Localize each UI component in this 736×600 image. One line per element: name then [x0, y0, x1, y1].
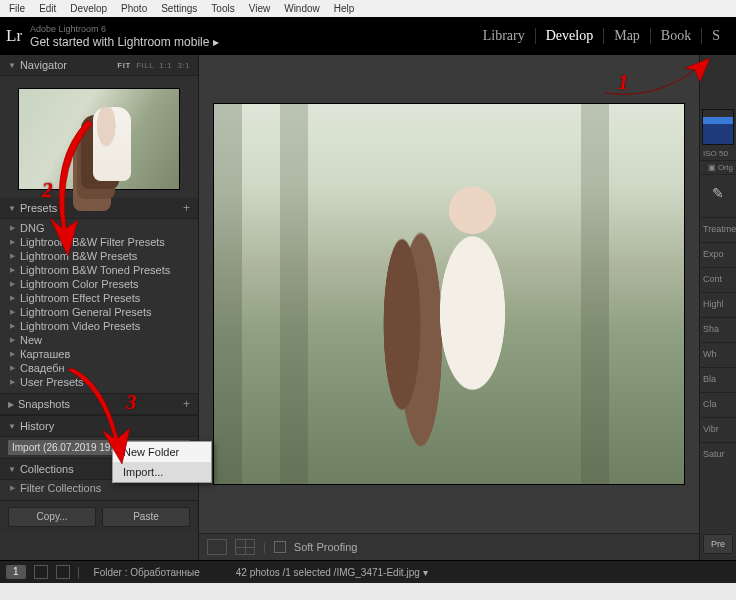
presets-context-menu: New Folder Import... — [112, 441, 212, 483]
preset-folder[interactable]: ▶DNG — [0, 221, 198, 235]
disclosure-down-icon: ▼ — [8, 204, 16, 213]
disclosure-right-icon: ▶ — [10, 294, 15, 302]
preset-folder[interactable]: ▶Lightroom Video Presets — [0, 319, 198, 333]
histogram[interactable] — [702, 109, 734, 145]
soft-proof-checkbox[interactable] — [274, 541, 286, 553]
identity-plate-bar: Lr Adobe Lightroom 6 Get started with Li… — [0, 17, 736, 55]
workspace: ▼ Navigator FIT FILL 1:1 3:1 ▼ Presets +… — [0, 55, 736, 560]
basic-slider-label: Vibr — [700, 417, 736, 436]
disclosure-right-icon: ▶ — [10, 266, 15, 274]
basic-slider-label: Satur — [700, 442, 736, 461]
basic-slider-label: Wh — [700, 342, 736, 361]
collections-body: ▶Filter Collections — [0, 480, 198, 500]
disclosure-right-icon: ▶ — [10, 322, 15, 330]
menu-edit[interactable]: Edit — [32, 3, 63, 14]
selection-status[interactable]: 42 photos /1 selected /IMG_3471-Edit.jpg… — [236, 567, 428, 578]
basic-slider-label: Cont — [700, 267, 736, 286]
preset-folder[interactable]: ▶Lightroom General Presets — [0, 305, 198, 319]
center-panel: | Soft Proofing — [199, 55, 699, 560]
disclosure-right-icon: ▶ — [10, 280, 15, 288]
menu-photo[interactable]: Photo — [114, 3, 154, 14]
preset-folder[interactable]: ▶Lightroom Effect Presets — [0, 291, 198, 305]
filter-collections-row[interactable]: ▶Filter Collections — [10, 482, 188, 494]
disclosure-right-icon: ▶ — [10, 364, 15, 372]
menu-window[interactable]: Window — [277, 3, 327, 14]
preset-folder[interactable]: ▶User Presets — [0, 375, 198, 389]
monitor-badge[interactable]: 1 — [6, 565, 26, 579]
disclosure-right-icon: ▶ — [10, 238, 15, 246]
disclosure-right-icon: ▶ — [8, 400, 14, 409]
basic-slider-label: Highl — [700, 292, 736, 311]
menu-help[interactable]: Help — [327, 3, 362, 14]
filmstrip-bar: 1 ▏ Folder : Обработанные 42 photos /1 s… — [0, 560, 736, 583]
disclosure-right-icon: ▶ — [10, 378, 15, 386]
basic-slider-label: Sha — [700, 317, 736, 336]
preset-folder[interactable]: ▶Карташев — [0, 347, 198, 361]
annotation-number-3: 3 — [126, 390, 137, 415]
presets-header[interactable]: ▼ Presets + — [0, 198, 198, 219]
basic-slider-label: Cla — [700, 392, 736, 411]
menu-view[interactable]: View — [242, 3, 278, 14]
menu-settings[interactable]: Settings — [154, 3, 204, 14]
module-map[interactable]: Map — [603, 28, 650, 44]
ctx-new-folder[interactable]: New Folder — [113, 442, 211, 462]
mobile-tagline[interactable]: Get started with Lightroom mobile ▸ — [30, 35, 219, 49]
disclosure-right-icon: ▶ — [10, 308, 15, 316]
module-more[interactable]: S — [701, 28, 730, 44]
disclosure-right-icon: ▶ — [10, 350, 15, 358]
copy-button[interactable]: Copy... — [8, 507, 96, 527]
treatment-label: Treatme — [700, 217, 736, 236]
before-after-icon[interactable] — [235, 539, 255, 555]
preset-folder[interactable]: ▶New — [0, 333, 198, 347]
exif-iso: ISO 50 — [700, 147, 736, 160]
loupe-view-icon[interactable] — [207, 539, 227, 555]
snapshots-title: Snapshots — [18, 398, 70, 410]
soft-proof-label: Soft Proofing — [294, 541, 358, 553]
navigator-title: Navigator — [20, 59, 67, 71]
ctx-import[interactable]: Import... — [113, 462, 211, 482]
disclosure-right-icon: ▶ — [10, 224, 15, 232]
add-snapshot-icon[interactable]: + — [183, 397, 190, 411]
image-preview[interactable] — [214, 104, 684, 484]
navigator-preview[interactable] — [18, 88, 180, 190]
preset-folder[interactable]: ▶Lightroom B&W Presets — [0, 249, 198, 263]
preset-folder[interactable]: ▶Lightroom B&W Toned Presets — [0, 263, 198, 277]
disclosure-down-icon: ▼ — [8, 465, 16, 474]
left-bottom-buttons: Copy... Paste — [0, 500, 198, 533]
menu-file[interactable]: File — [2, 3, 32, 14]
app-menubar[interactable]: File Edit Develop Photo Settings Tools V… — [0, 0, 736, 17]
snapshots-header[interactable]: ▶ Snapshots + — [0, 393, 198, 415]
preset-folder[interactable]: ▶Свадебн — [0, 361, 198, 375]
adjustment-brush-icon[interactable]: ✎ — [712, 185, 724, 201]
canvas-area — [199, 55, 699, 533]
previous-button[interactable]: Pre — [703, 534, 733, 554]
basic-slider-label: Bla — [700, 367, 736, 386]
disclosure-down-icon: ▼ — [8, 61, 16, 70]
module-book[interactable]: Book — [650, 28, 701, 44]
lr-logo-icon: Lr — [6, 26, 22, 46]
history-header[interactable]: ▼ History — [0, 415, 198, 437]
folder-path[interactable]: Folder : Обработанные — [94, 567, 200, 578]
add-preset-icon[interactable]: + — [183, 201, 190, 215]
basic-slider-label: Expo — [700, 242, 736, 261]
grid-view-icon[interactable] — [34, 565, 48, 579]
navigator-zoom-options[interactable]: FIT FILL 1:1 3:1 — [117, 61, 190, 70]
menu-develop[interactable]: Develop — [63, 3, 114, 14]
module-picker: Library Develop Map Book S — [473, 17, 730, 55]
disclosure-down-icon: ▼ — [8, 422, 16, 431]
develop-toolbar: | Soft Proofing — [199, 533, 699, 560]
brand-block: Adobe Lightroom 6 Get started with Light… — [30, 24, 219, 49]
menu-tools[interactable]: Tools — [204, 3, 241, 14]
paste-button[interactable]: Paste — [102, 507, 190, 527]
survey-view-icon[interactable] — [56, 565, 70, 579]
preset-folder[interactable]: ▶Lightroom B&W Filter Presets — [0, 235, 198, 249]
module-develop[interactable]: Develop — [535, 28, 603, 44]
product-name: Adobe Lightroom 6 — [30, 24, 219, 35]
navigator-header[interactable]: ▼ Navigator FIT FILL 1:1 3:1 — [0, 55, 198, 76]
presets-title: Presets — [20, 202, 57, 214]
annotation-number-1: 1 — [618, 70, 629, 95]
left-panel-group: ▼ Navigator FIT FILL 1:1 3:1 ▼ Presets +… — [0, 55, 199, 560]
disclosure-right-icon: ▶ — [10, 484, 15, 492]
preset-folder[interactable]: ▶Lightroom Color Presets — [0, 277, 198, 291]
module-library[interactable]: Library — [473, 28, 535, 44]
